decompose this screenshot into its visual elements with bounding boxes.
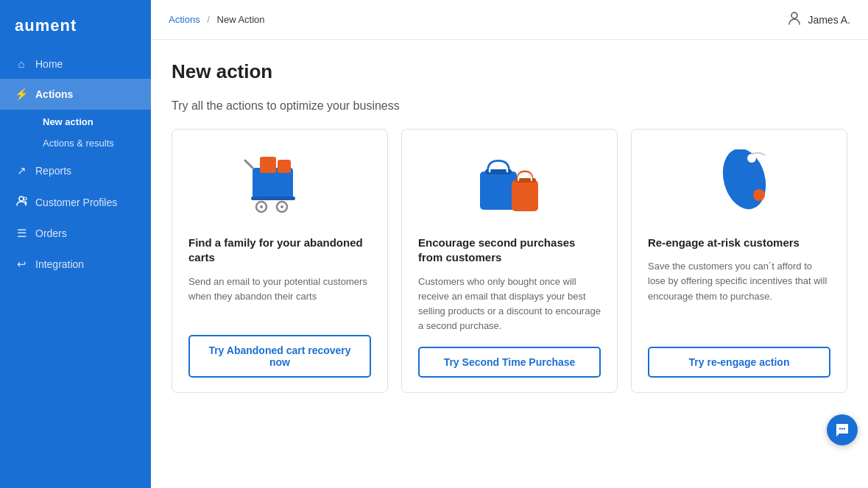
second-purchase-illustration [418,147,601,221]
orders-icon: ☰ [15,227,28,240]
svg-point-10 [280,205,283,208]
card-re-engage: Re-engage at-risk customers Save the cus… [631,129,847,393]
re-engage-illustration [648,147,830,221]
svg-rect-5 [278,160,291,173]
sidebar-nav: ⌂ Home ⚡ Actions New action Actions & re… [0,49,151,488]
sidebar-item-reports-label: Reports [35,165,71,177]
svg-rect-13 [512,180,538,211]
card-second-purchase: Encourage second purchases from customer… [401,129,618,393]
svg-point-2 [791,13,797,18]
breadcrumb: Actions / New Action [169,14,265,25]
action-cards-row: Find a family for your abandoned carts S… [172,129,847,393]
svg-point-8 [260,205,263,208]
sidebar-item-orders-label: Orders [35,227,67,239]
svg-point-15 [716,149,772,214]
sidebar-item-customer-profiles[interactable]: Customer Profiles [0,186,151,218]
reports-icon: ↗ [15,164,28,177]
breadcrumb-current: New Action [217,14,265,25]
breadcrumb-parent[interactable]: Actions [169,14,200,25]
card-abandoned-cart: Find a family for your abandoned carts S… [172,129,388,393]
sidebar-item-actions-label: Actions [35,88,73,100]
home-icon: ⌂ [15,57,28,70]
sidebar-item-new-action[interactable]: New action [35,111,151,132]
card-re-engage-button[interactable]: Try re-engage action [648,347,830,378]
customer-profiles-icon [15,195,28,209]
sidebar-item-integration[interactable]: ↩ Integration [0,249,151,280]
card-abandoned-cart-desc: Send an email to your potential customer… [188,275,371,322]
breadcrumb-separator: / [207,14,210,25]
card-second-purchase-desc: Customers who only bought once will rece… [418,275,601,334]
card-second-purchase-title: Encourage second purchases from customer… [418,236,601,266]
svg-rect-11 [480,171,517,210]
svg-point-17 [753,189,765,201]
sidebar-item-reports[interactable]: ↗ Reports [0,155,151,186]
abandoned-cart-illustration [188,147,371,221]
svg-rect-4 [260,157,276,173]
sidebar-item-actions-results[interactable]: Actions & results [35,132,151,154]
sidebar-item-customer-profiles-label: Customer Profiles [35,197,117,208]
sidebar-item-integration-label: Integration [35,258,84,270]
page-content: New action Try all the actions to optimi… [151,40,868,488]
svg-point-20 [844,428,845,429]
sidebar: aument ⌂ Home ⚡ Actions New action Actio… [0,0,151,488]
card-second-purchase-button[interactable]: Try Second Time Purchase [418,347,601,378]
chat-bubble[interactable] [827,414,858,445]
card-re-engage-desc: Save the customers you can´t afford to l… [648,259,830,333]
integration-icon: ↩ [15,258,28,271]
user-avatar-icon [787,10,802,29]
card-abandoned-cart-title: Find a family for your abandoned carts [188,236,371,266]
sidebar-sub-menu: New action Actions & results [0,110,151,155]
sidebar-item-home[interactable]: ⌂ Home [0,49,151,79]
main-content: Actions / New Action James A. New action… [151,0,868,488]
user-area: James A. [787,10,850,29]
card-re-engage-title: Re-engage at-risk customers [648,236,800,250]
svg-point-18 [839,428,841,429]
svg-rect-6 [251,197,295,200]
sidebar-item-actions[interactable]: ⚡ Actions [0,79,151,110]
page-title: New action [172,60,847,83]
svg-point-1 [24,197,27,200]
actions-icon: ⚡ [15,88,28,101]
svg-point-0 [19,197,24,201]
svg-point-16 [747,154,756,163]
section-subtitle: Try all the actions to optimize your bus… [172,99,847,113]
logo: aument [0,0,151,49]
sidebar-item-orders[interactable]: ☰ Orders [0,218,151,249]
topbar: Actions / New Action James A. [151,0,868,40]
user-name: James A. [808,14,850,26]
card-abandoned-cart-button[interactable]: Try Abandoned cart recovery now [188,335,371,378]
sidebar-item-home-label: Home [35,58,63,70]
svg-point-19 [841,428,843,429]
